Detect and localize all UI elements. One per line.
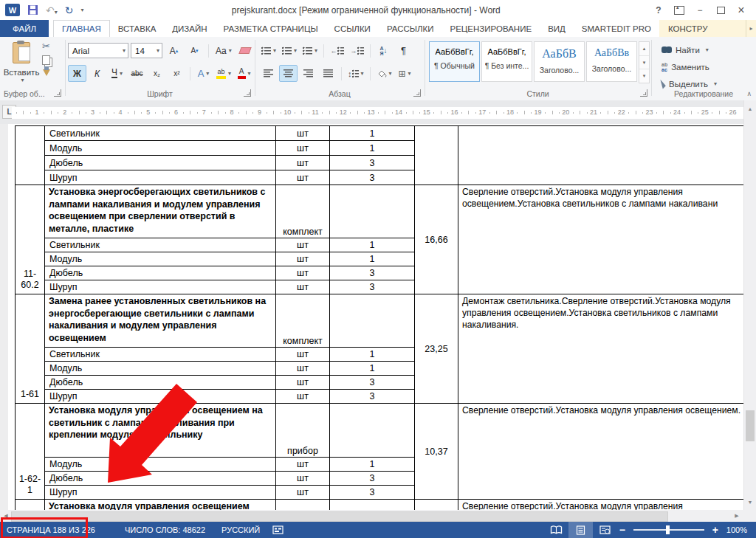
item-description-cell[interactable]: Замена ранее установленных светильников … xyxy=(45,294,276,348)
zoom-slider-thumb[interactable] xyxy=(666,525,670,534)
component-qty-cell[interactable]: 3 xyxy=(330,156,415,170)
numbering-button[interactable]: ▾ xyxy=(280,42,299,59)
component-qty-cell[interactable]: 3 xyxy=(330,472,415,486)
styles-scroll-down-button[interactable]: ▾ xyxy=(639,56,649,70)
document-page[interactable]: Светильникшт1Модульшт1Дюбельшт3Шурупшт31… xyxy=(0,124,756,510)
font-size-combo[interactable]: 14▾ xyxy=(131,43,162,58)
component-unit-cell[interactable]: шт xyxy=(276,126,330,141)
line-spacing-button[interactable]: ↕▾ xyxy=(346,65,366,82)
clear-formatting-button[interactable] xyxy=(236,42,255,59)
tab-file[interactable]: ФАЙЛ xyxy=(0,20,49,37)
item-description-cell[interactable]: Установка энергосберегающих светильников… xyxy=(45,185,276,238)
sort-button[interactable]: АЯ↓ xyxy=(374,42,393,59)
copy-icon[interactable] xyxy=(42,55,50,65)
item-price-cell[interactable] xyxy=(415,500,458,511)
component-unit-cell[interactable]: шт xyxy=(276,170,330,185)
zoom-in-button[interactable]: + xyxy=(710,524,721,536)
component-unit-cell[interactable]: шт xyxy=(276,348,330,362)
component-unit-cell[interactable]: шт xyxy=(276,390,330,404)
decrease-indent-button[interactable]: ← xyxy=(328,42,346,59)
highlight-color-button[interactable]: ab▾ xyxy=(214,65,233,82)
component-name-cell[interactable]: Светильник xyxy=(45,126,276,141)
cut-icon[interactable]: ✂ xyxy=(42,41,50,51)
tab-view[interactable]: ВИД xyxy=(540,20,574,37)
clipboard-dialog-launcher[interactable] xyxy=(54,89,61,97)
tab-references[interactable]: ССЫЛКИ xyxy=(326,20,379,37)
word-count[interactable]: ЧИСЛО СЛОВ: 48622 xyxy=(118,525,212,534)
component-qty-cell[interactable]: 3 xyxy=(330,376,415,390)
work-description-cell[interactable] xyxy=(458,126,744,185)
grow-font-button[interactable]: А▴ xyxy=(165,42,183,59)
component-name-cell[interactable]: Светильник xyxy=(45,348,276,362)
close-button[interactable]: × xyxy=(731,3,752,18)
component-unit-cell[interactable]: шт xyxy=(276,252,330,266)
read-mode-button[interactable] xyxy=(544,522,568,538)
horizontal-ruler[interactable]: 1234567891011121314151617181920212223242… xyxy=(12,107,743,119)
bold-button[interactable]: Ж xyxy=(68,65,86,82)
redo-icon[interactable]: ↻ xyxy=(65,5,74,15)
styles-dialog-launcher[interactable] xyxy=(640,89,647,97)
collapse-ribbon-button[interactable]: ∧ xyxy=(746,90,752,97)
component-qty-cell[interactable]: 3 xyxy=(330,266,415,280)
horizontal-scrollbar[interactable]: ◀ ▶ xyxy=(0,510,756,522)
increase-indent-button[interactable]: → xyxy=(348,42,366,59)
component-name-cell[interactable]: Шуруп xyxy=(45,390,276,404)
component-name-cell[interactable]: Шуруп xyxy=(45,280,276,294)
scroll-left-button[interactable]: ◀ xyxy=(0,510,12,522)
language-indicator[interactable]: РУССКИЙ xyxy=(215,525,267,534)
component-qty-cell[interactable]: 1 xyxy=(330,458,415,472)
component-qty-cell[interactable]: 3 xyxy=(330,170,415,185)
vertical-scroll-thumb[interactable] xyxy=(746,410,755,441)
font-dialog-launcher[interactable] xyxy=(244,89,251,97)
item-unit-cell[interactable]: комплект xyxy=(276,294,330,348)
item-qty-cell[interactable] xyxy=(330,404,415,458)
component-name-cell[interactable]: Шуруп xyxy=(45,170,276,185)
scroll-right-button[interactable]: ▶ xyxy=(731,510,743,522)
component-unit-cell[interactable]: шт xyxy=(276,266,330,280)
tab-smartedit[interactable]: SMARTEDIT PRO xyxy=(574,20,659,37)
item-price-cell[interactable]: 23,25 xyxy=(415,294,458,404)
item-code-cell[interactable]: 1-62-1 xyxy=(16,404,45,500)
help-button[interactable]: ? xyxy=(648,3,669,18)
shading-button[interactable]: ▾ xyxy=(374,65,394,82)
zoom-slider[interactable] xyxy=(633,529,704,531)
item-unit-cell[interactable]: прибор xyxy=(276,404,330,458)
component-qty-cell[interactable]: 1 xyxy=(330,252,415,266)
zoom-out-button[interactable]: − xyxy=(617,524,628,536)
item-price-cell[interactable] xyxy=(415,126,458,185)
restore-button[interactable] xyxy=(710,3,731,18)
align-left-button[interactable] xyxy=(259,65,278,82)
component-name-cell[interactable]: Модуль xyxy=(45,252,276,266)
page-indicator[interactable]: СТРАНИЦА 188 ИЗ 226 xyxy=(0,525,102,534)
strikethrough-button[interactable]: abc xyxy=(128,65,146,82)
tab-design[interactable]: ДИЗАЙН xyxy=(164,20,215,37)
item-description-cell[interactable]: Установка модуля управления освещением н… xyxy=(45,404,276,458)
item-unit-cell[interactable]: комплект xyxy=(276,185,330,238)
component-name-cell[interactable]: Дюбель xyxy=(45,156,276,170)
work-description-cell[interactable]: Сверление отверстий.Установка модуля упр… xyxy=(458,404,744,500)
ribbon-display-options-button[interactable] xyxy=(669,3,690,18)
component-unit-cell[interactable]: шт xyxy=(276,280,330,294)
tab-table-design-contextual[interactable]: КОНСТРУ ▸ xyxy=(659,20,756,37)
component-qty-cell[interactable]: 1 xyxy=(330,348,415,362)
minimize-button[interactable]: − xyxy=(690,3,710,18)
document-table[interactable]: Светильникшт1Модульшт1Дюбельшт3Шурупшт31… xyxy=(15,125,744,510)
item-qty-cell[interactable] xyxy=(330,294,415,348)
replace-button[interactable]: abac Заменить xyxy=(662,58,717,75)
tab-home[interactable]: ГЛАВНАЯ xyxy=(53,20,110,37)
item-code-cell[interactable] xyxy=(16,500,45,511)
find-button[interactable]: Найти▾ xyxy=(662,41,717,58)
style-card-no-spacing[interactable]: АаБбВвГг, ¶ Без инте... xyxy=(481,41,532,82)
style-card-normal[interactable]: АаБбВвГг, ¶ Обычный xyxy=(429,41,480,82)
zoom-level[interactable]: 100% xyxy=(721,525,756,534)
item-code-cell[interactable]: 1-61 xyxy=(16,294,45,404)
component-unit-cell[interactable]: шт xyxy=(276,472,330,486)
component-unit-cell[interactable]: шт xyxy=(276,486,330,500)
scroll-down-button[interactable]: ▼ xyxy=(744,496,756,508)
tab-mailings[interactable]: РАССЫЛКИ xyxy=(379,20,442,37)
component-unit-cell[interactable]: шт xyxy=(276,156,330,170)
component-unit-cell[interactable]: шт xyxy=(276,362,330,376)
tab-review[interactable]: РЕЦЕНЗИРОВАНИЕ xyxy=(442,20,540,37)
component-name-cell[interactable]: Дюбель xyxy=(45,472,276,486)
component-name-cell[interactable]: Модуль xyxy=(45,141,276,156)
